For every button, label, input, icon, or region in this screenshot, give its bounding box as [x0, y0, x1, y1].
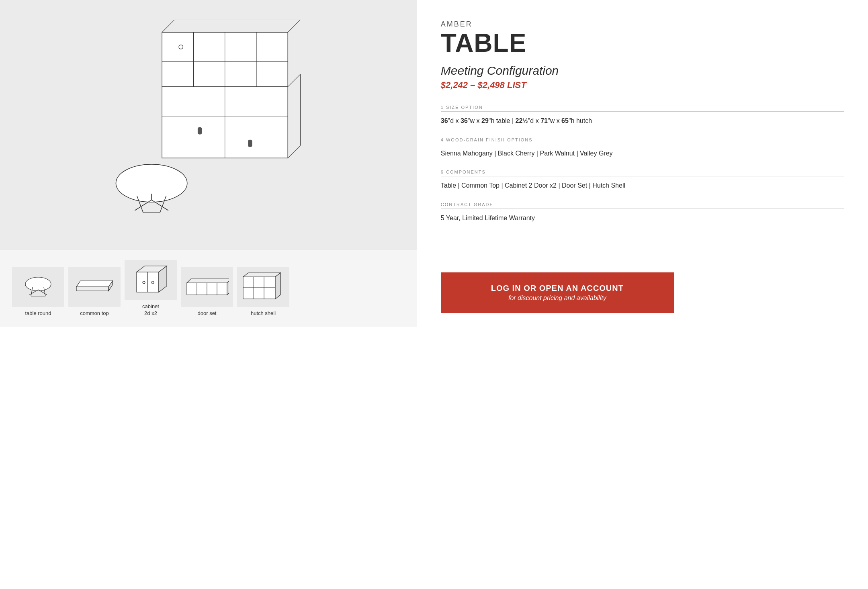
spec-finish-value: Sienna Mahogany | Black Cherry | Park Wa…: [441, 148, 844, 159]
spec-size-value: 36"d x 36"w x 29"h table | 22½"d x 71"w …: [441, 116, 844, 126]
svg-point-5: [179, 45, 183, 49]
page-container: AMBER TABLE Meeting Configuration $2,242…: [0, 0, 868, 589]
label-hutch-shell: hutch shell: [251, 310, 276, 317]
main-content: AMBER TABLE Meeting Configuration $2,242…: [0, 0, 868, 250]
spec-components-value: Table | Common Top | Cabinet 2 Door x2 |…: [441, 180, 844, 191]
svg-point-31: [151, 281, 154, 284]
label-table-round: table round: [25, 310, 51, 317]
config-name: Meeting Configuration: [441, 64, 844, 78]
spec-components-label: 6 COMPONENTS: [441, 170, 844, 176]
thumb-table-round: [12, 267, 64, 307]
cta-login-button[interactable]: LOG IN OR OPEN AN ACCOUNT for discount p…: [441, 272, 674, 313]
svg-line-12: [162, 20, 175, 32]
spec-size-label: 1 SIZE OPTION: [441, 105, 844, 112]
component-door-set: door set: [181, 267, 233, 317]
spec-finish-label: 4 WOOD-GRAIN FINISH OPTIONS: [441, 137, 844, 144]
price-range: $2,242 – $2,498 LIST: [441, 80, 844, 90]
component-table-round: table round: [12, 267, 64, 317]
label-common-top: common top: [80, 310, 109, 317]
brand-name: AMBER: [441, 20, 844, 29]
svg-point-30: [143, 281, 145, 284]
spec-warranty-section: CONTRACT GRADE 5 Year, Limited Lifetime …: [441, 202, 844, 223]
cta-sub-text: for discount pricing and availability: [449, 294, 666, 302]
spec-warranty-value: 5 Year, Limited Lifetime Warranty: [441, 213, 844, 223]
svg-line-10: [288, 145, 301, 158]
thumb-cabinet-2d: [125, 260, 177, 300]
component-common-top: common top: [68, 267, 121, 317]
spec-size-section: 1 SIZE OPTION 36"d x 36"w x 29"h table |…: [441, 105, 844, 126]
spec-components-section: 6 COMPONENTS Table | Common Top | Cabine…: [441, 170, 844, 191]
thumb-door-set: [181, 267, 233, 307]
spec-finish-section: 4 WOOD-GRAIN FINISH OPTIONS Sienna Mahog…: [441, 137, 844, 159]
product-title: TABLE: [441, 30, 844, 56]
svg-point-22: [25, 277, 51, 291]
bottom-section: table round common top: [0, 250, 868, 327]
label-cabinet-2d: cabinet2d x2: [142, 303, 159, 317]
thumb-hutch-shell: [237, 267, 289, 307]
component-cabinet-2d: cabinet2d x2: [125, 260, 177, 317]
svg-line-13: [288, 20, 301, 32]
component-hutch-shell: hutch shell: [237, 267, 289, 317]
svg-line-9: [288, 74, 301, 86]
thumb-common-top: [68, 267, 121, 307]
spec-warranty-label: CONTRACT GRADE: [441, 202, 844, 209]
bottom-right-cta: LOG IN OR OPEN AN ACCOUNT for discount p…: [417, 250, 868, 327]
product-image-area: [0, 0, 417, 250]
components-bar: table round common top: [0, 250, 417, 327]
product-details: AMBER TABLE Meeting Configuration $2,242…: [417, 0, 868, 250]
product-illustration: [112, 20, 305, 231]
label-door-set: door set: [198, 310, 217, 317]
cta-main-text: LOG IN OR OPEN AN ACCOUNT: [449, 284, 666, 293]
